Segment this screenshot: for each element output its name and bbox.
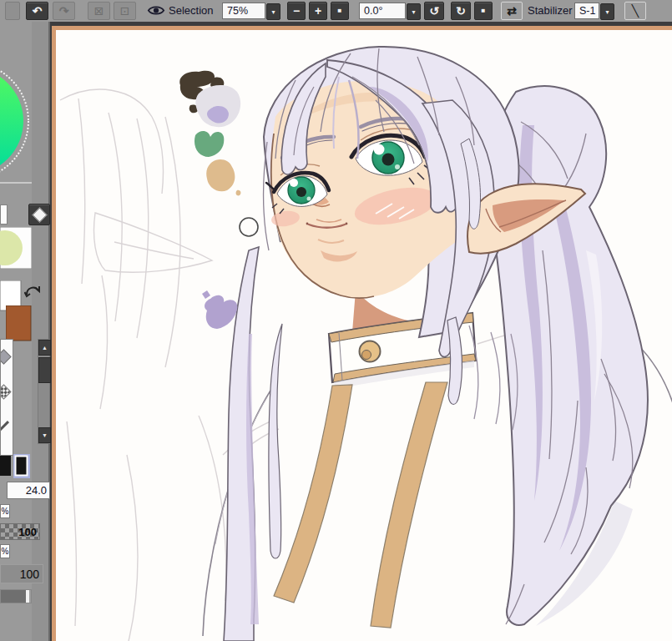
wheel-hue-disc	[0, 68, 23, 174]
flip-horizontal-button[interactable]: ⇄	[501, 2, 523, 20]
selection-label: Selection	[169, 4, 213, 17]
deselect-button[interactable]: ⊠	[88, 2, 110, 20]
brush-size-value: 24.0	[26, 484, 47, 497]
color-preview-box[interactable]	[0, 227, 32, 269]
left-tool-panel: ▲ ▼ 24.0 % 100 % 100	[0, 22, 48, 641]
zoom-value-field[interactable]: 75%	[222, 3, 265, 19]
angle-dropdown-button[interactable]: ▾	[407, 3, 421, 20]
scroll-down-button[interactable]: ▼	[38, 427, 51, 443]
min-size-value: 100	[20, 568, 39, 581]
percent-label: %	[2, 507, 9, 516]
line-tool-button[interactable]: ╲	[624, 2, 646, 20]
min-size-slider[interactable]: 100	[0, 564, 43, 583]
zoom-out-button[interactable]: −	[287, 2, 306, 20]
plus-icon: +	[315, 5, 321, 17]
eraser-icon	[32, 207, 47, 222]
canvas-area[interactable]	[48, 22, 672, 641]
drawing-canvas[interactable]	[52, 26, 672, 641]
opacity-value: 100	[18, 526, 37, 538]
brush-size-field[interactable]: 24.0	[7, 482, 50, 499]
panel-divider-strip	[32, 22, 48, 641]
rotate-cw-icon: ↻	[456, 5, 466, 17]
paint-app-window: ↶ ↷ ⊠ ⊡ Selection 75% ▾ − + ■ 0.0° ▾ ↺ ↻…	[0, 0, 672, 641]
stabilizer-value-field[interactable]: S-1	[574, 3, 599, 19]
reselect-icon: ⊡	[120, 5, 130, 17]
panel-divider	[0, 182, 32, 184]
flip-icon: ⇄	[507, 5, 517, 17]
background-color-swatch[interactable]	[6, 305, 32, 341]
percent-label: %	[2, 547, 9, 556]
brush-shape-thumb-selected[interactable]	[13, 454, 30, 478]
arrow-up-icon: ▲	[42, 345, 48, 351]
chevron-down-icon: ▾	[605, 8, 609, 16]
param-slider[interactable]	[0, 589, 32, 603]
chevron-down-icon: ▾	[271, 8, 275, 16]
reselect-button[interactable]: ⊡	[114, 2, 136, 20]
rotate-ccw-button[interactable]: ↺	[424, 2, 444, 20]
undo-icon: ↶	[33, 5, 43, 17]
eraser-tool-icon	[0, 384, 12, 399]
swap-colors-icon[interactable]	[24, 282, 41, 299]
arrow-down-icon: ▼	[42, 432, 48, 438]
redo-button[interactable]: ↷	[53, 2, 75, 20]
stabilizer-label: Stabilizer	[528, 4, 572, 17]
tool-list[interactable]	[0, 339, 13, 456]
scroll-up-button[interactable]: ▲	[38, 340, 51, 356]
angle-reset-button[interactable]: ■	[474, 2, 493, 20]
percent-spinner[interactable]: %	[0, 504, 10, 518]
stabilizer-dropdown-button[interactable]: ▾	[600, 3, 614, 20]
angle-value: 0.0°	[364, 5, 382, 17]
deselect-icon: ⊠	[94, 5, 104, 17]
rotate-cw-button[interactable]: ↻	[451, 2, 471, 20]
angle-value-field[interactable]: 0.0°	[359, 3, 406, 19]
zoom-in-button[interactable]: +	[309, 2, 327, 20]
percent-spinner[interactable]: %	[0, 544, 10, 558]
undo-button[interactable]: ↶	[26, 2, 48, 20]
tool-button-partial[interactable]	[0, 204, 8, 225]
param-slider-fill	[1, 590, 26, 603]
redo-icon: ↷	[59, 5, 69, 17]
top-toolbar: ↶ ↷ ⊠ ⊡ Selection 75% ▾ − + ■ 0.0° ▾ ↺ ↻…	[0, 0, 672, 22]
stabilizer-value: S-1	[579, 5, 595, 17]
square-icon: ■	[482, 8, 486, 14]
color-wheel[interactable]	[0, 42, 33, 204]
pencil-tool-icon	[0, 421, 9, 431]
zoom-reset-button[interactable]: ■	[331, 2, 349, 20]
eraser-button[interactable]	[28, 204, 50, 225]
opacity-slider[interactable]: 100	[0, 523, 40, 540]
param-slider-handle[interactable]	[26, 590, 29, 603]
zoom-dropdown-button[interactable]: ▾	[266, 3, 280, 20]
brush-shape-thumb[interactable]	[0, 456, 12, 477]
minus-icon: −	[293, 5, 300, 17]
selection-eye-icon	[147, 4, 165, 20]
rotate-ccw-icon: ↺	[429, 5, 439, 17]
marker-tool-icon	[0, 349, 12, 364]
chevron-down-icon: ▾	[412, 8, 415, 16]
line-icon: ╲	[632, 5, 639, 17]
tool-list-scrollbar[interactable]: ▲ ▼	[38, 339, 50, 444]
scrollbar-thumb[interactable]	[38, 357, 51, 383]
zoom-value: 75%	[227, 5, 248, 17]
square-icon: ■	[338, 8, 342, 14]
toolbar-edge-button[interactable]	[5, 2, 20, 20]
